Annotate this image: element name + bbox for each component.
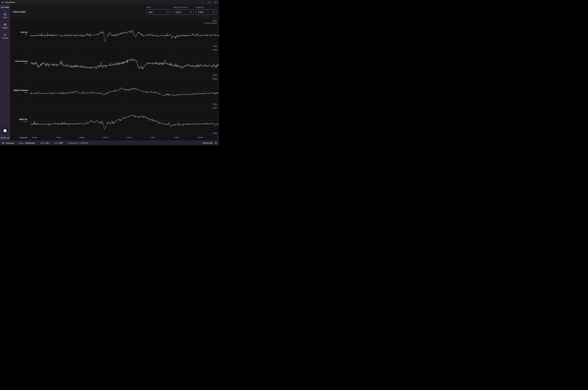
timeline-tick: -4.000 s: [126, 137, 132, 138]
window-title: Petal Metrics: [5, 1, 15, 3]
sidebar-item-input[interactable]: Input: [3, 13, 7, 18]
account-icon: [3, 33, 6, 37]
data-select-label: DATA: [147, 6, 171, 8]
channel-electrode: TP10: [23, 121, 28, 123]
vertical-scale-select-label: VERTICAL SCALE: [173, 6, 194, 8]
channel-name: Right Forehead: [14, 89, 28, 91]
status-key: Port:: [54, 142, 58, 144]
sidebar-item-output[interactable]: Output: [2, 23, 7, 29]
timeline-label: TIMELINE: [19, 137, 28, 139]
timeline-tick: -7.000 s: [56, 137, 61, 138]
status-value: 8000: [59, 142, 63, 144]
window-select[interactable]: 8 SEC: [196, 9, 216, 15]
minimize-button[interactable]: [199, 0, 206, 5]
channel-electrode: AF7: [24, 63, 28, 65]
eeg-trace-tp10: [30, 106, 219, 135]
vertical-scale-select[interactable]: 200 µV: [173, 9, 194, 15]
timeline-tick: -3.000 s: [150, 137, 156, 138]
channel-name: Left Forehead: [15, 60, 28, 62]
status-key: Destination IP:: [68, 142, 80, 144]
eeg-trace-af8: [30, 77, 219, 106]
close-button[interactable]: [213, 0, 219, 5]
stop-streaming-button[interactable]: [4, 129, 6, 132]
timeline-tick: -2.000 s: [174, 137, 179, 138]
status-key: Type:: [40, 142, 44, 144]
channel-plot-tp9: +200µV 35,008 samples -200µV: [30, 19, 219, 48]
data-select[interactable]: EEG: [146, 9, 171, 15]
channel-row-af7: Left Forehead AF7 +200µV -200µV: [10, 48, 219, 77]
channel-plot-af8: +200µV -200µV: [30, 77, 219, 106]
status-bar: Streaming Name: PetalStream Type: OSC Po…: [0, 141, 219, 145]
session-timer: 00:02:16: [1, 137, 9, 139]
app-window: Petal Metrics SETTINGS Input: [0, 0, 219, 145]
channel-row-tp10: Right Ear TP10 +200µV -200µV: [10, 106, 219, 135]
eeg-chart: Left Ear TP9 +200µV 35,008 samples -200µ…: [10, 19, 219, 141]
visualizer-topbar: VISUALIZER DATA EEG VERTICAL SCALE 200 µ…: [10, 5, 219, 19]
channel-electrode: AF8: [24, 92, 28, 94]
channel-row-af8: Right Forehead AF8 +200µV -200µV: [10, 77, 219, 106]
input-icon: [3, 13, 6, 16]
sidebar-item-label: Account: [2, 37, 8, 39]
timeline-tick: -6.000 s: [79, 137, 85, 138]
sidebar-item-account[interactable]: Account: [2, 33, 8, 39]
sidebar-heading: SETTINGS: [1, 6, 9, 8]
channel-name: Left Ear: [21, 31, 28, 33]
channel-plot-tp10: +200µV -200µV: [30, 106, 219, 135]
settings-sidebar: SETTINGS Input Output: [0, 5, 10, 141]
timeline-tick: 0: [217, 137, 218, 138]
timeline-tick: -5.000 s: [103, 137, 109, 138]
status-key: Name:: [19, 142, 24, 144]
eeg-trace-af7: [30, 48, 219, 77]
data-select-value: EEG: [149, 11, 153, 13]
maximize-icon: [209, 2, 210, 3]
streaming-status-text: Streaming: [5, 142, 14, 144]
maximize-button[interactable]: [206, 0, 213, 5]
device-name: MuseS-6821: [203, 142, 213, 144]
status-value: 127.0.0.1: [81, 142, 88, 144]
timeline-tick: -8.000 s: [32, 137, 38, 138]
bluetooth-icon: [215, 142, 217, 144]
chevron-down-icon: [213, 12, 214, 13]
sidebar-item-label: Output: [2, 27, 7, 29]
streaming-status-icon: [2, 142, 4, 144]
channel-electrode: TP9: [24, 34, 28, 36]
chevron-down-icon: [190, 12, 192, 13]
eeg-trace-tp9: [30, 19, 219, 48]
app-logo-icon: [1, 1, 4, 3]
page-title: VISUALIZER: [13, 11, 26, 19]
output-icon: [3, 23, 7, 26]
stop-button-ring: [1, 126, 9, 135]
timeline-tick: -1.000 s: [197, 137, 203, 138]
vertical-scale-select-value: 200 µV: [175, 11, 181, 13]
sidebar-item-label: Input: [3, 16, 7, 18]
window-select-value: 8 SEC: [198, 11, 204, 13]
timeline-axis: -8.000 s -7.000 s -6.000 s -5.000 s -4.0…: [30, 135, 219, 141]
status-value: PetalStream: [25, 142, 35, 144]
channel-plot-af7: +200µV -200µV: [30, 48, 219, 77]
window-select-label: WINDOW: [196, 6, 216, 8]
close-icon: [215, 1, 217, 3]
chevron-down-icon: [167, 12, 169, 13]
timeline-row: TIMELINE -8.000 s -7.000 s -6.000 s -5.0…: [10, 135, 219, 141]
title-bar: Petal Metrics: [0, 0, 219, 5]
minimize-icon: [202, 2, 203, 2]
channel-row-tp9: Left Ear TP9 +200µV 35,008 samples -200µ…: [10, 19, 219, 48]
status-value: OSC: [45, 142, 49, 144]
channel-name: Right Ear: [19, 118, 28, 120]
